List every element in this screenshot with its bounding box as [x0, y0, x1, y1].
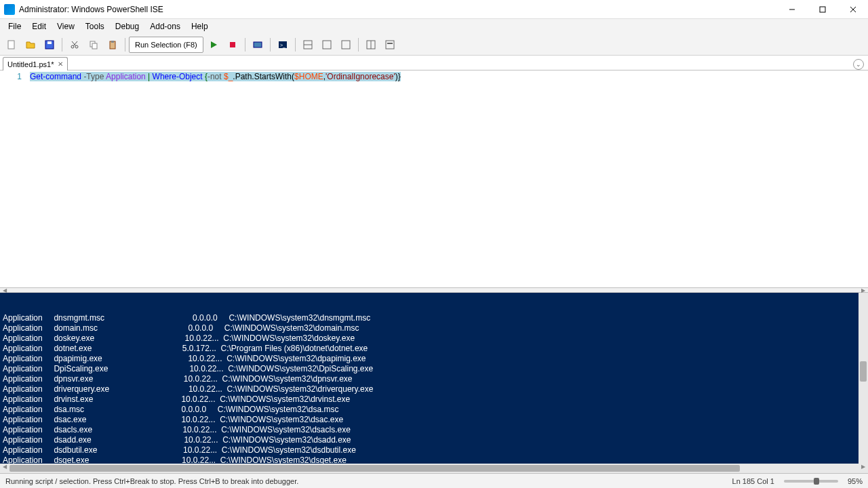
app-icon	[4, 4, 15, 15]
open-file-icon[interactable]	[22, 36, 39, 54]
tab-close-icon[interactable]: ✕	[58, 60, 63, 68]
menu-debug[interactable]: Debug	[110, 20, 144, 33]
expand-script-icon[interactable]: ⌄	[853, 59, 864, 70]
zoom-thumb[interactable]	[814, 478, 819, 485]
powershell-icon[interactable]: >_	[274, 36, 292, 54]
svg-rect-6	[47, 41, 52, 44]
hscroll-left-icon[interactable]: ◀	[0, 464, 9, 469]
statusbar: Running script / selection. Press Ctrl+B…	[0, 473, 868, 488]
status-message: Running script / selection. Press Ctrl+B…	[5, 477, 298, 485]
code-area[interactable]: Get-command -Type Application | Where-Ob…	[27, 70, 868, 287]
svg-rect-16	[230, 42, 235, 47]
scrollbar-thumb[interactable]	[860, 361, 867, 382]
menu-tools[interactable]: Tools	[80, 20, 110, 33]
save-icon[interactable]	[41, 36, 58, 54]
console-row: Application dsget.exe 10.0.22... C:\WIND…	[3, 455, 868, 464]
menu-help[interactable]: Help	[186, 20, 214, 33]
svg-text:>_: >_	[280, 43, 285, 48]
svg-rect-22	[323, 41, 331, 49]
console-row: Application dpapimig.exe 10.0.22... C:\W…	[3, 354, 868, 364]
zoom-slider[interactable]	[784, 480, 838, 483]
svg-rect-1	[820, 7, 825, 12]
console-row: Application dpnsvr.exe 10.0.22... C:\WIN…	[3, 374, 868, 384]
console-pane[interactable]: Application dnsmgmt.msc 0.0.0.0 C:\WINDO…	[0, 293, 868, 464]
console-row: Application dsdbutil.exe 10.0.22... C:\W…	[3, 445, 868, 455]
svg-rect-17	[254, 42, 262, 47]
show-command-icon[interactable]	[381, 36, 399, 54]
console-vscroll[interactable]	[859, 293, 868, 464]
svg-marker-15	[211, 41, 217, 48]
menu-addons[interactable]: Add-ons	[144, 20, 186, 33]
splitter[interactable]: ◀ ▶	[0, 287, 868, 293]
svg-rect-27	[387, 43, 393, 44]
remote-icon[interactable]	[249, 36, 267, 54]
scroll-right-icon[interactable]: ▶	[859, 287, 868, 293]
run-selection-button[interactable]: Run Selection (F8)	[129, 37, 203, 53]
close-button[interactable]	[837, 0, 868, 19]
toolbar: Run Selection (F8) >_	[0, 34, 868, 56]
titlebar: Administrator: Windows PowerShell ISE	[0, 0, 868, 19]
console-row: Application dsac.exe 10.0.22... C:\WINDO…	[3, 415, 868, 425]
console-row: Application dnsmgmt.msc 0.0.0.0 C:\WINDO…	[3, 313, 868, 323]
zoom-percent: 95%	[848, 477, 863, 485]
console-row: Application dotnet.exe 5.0.172... C:\Pro…	[3, 344, 868, 354]
tabbar: Untitled1.ps1* ✕ ⌄	[0, 56, 868, 70]
window-title: Administrator: Windows PowerShell ISE	[19, 5, 163, 14]
copy-icon[interactable]	[85, 36, 102, 54]
menu-view[interactable]: View	[52, 20, 80, 33]
console-row: Application dsadd.exe 10.0.22... C:\WIND…	[3, 435, 868, 445]
run-icon[interactable]	[205, 36, 222, 54]
scroll-left-icon[interactable]: ◀	[0, 287, 9, 293]
console-row: Application drvinst.exe 10.0.22... C:\WI…	[3, 394, 868, 405]
new-file-icon[interactable]	[3, 36, 20, 54]
svg-rect-26	[386, 41, 394, 49]
menubar: File Edit View Tools Debug Add-ons Help	[0, 19, 868, 34]
tab-label: Untitled1.ps1*	[7, 60, 54, 68]
maximize-button[interactable]	[807, 0, 837, 19]
paste-icon[interactable]	[104, 36, 121, 54]
minimize-button[interactable]	[776, 0, 807, 19]
menu-file[interactable]: File	[3, 20, 26, 33]
hscroll-thumb[interactable]	[9, 465, 740, 472]
stop-icon[interactable]	[224, 36, 241, 54]
console-hscroll[interactable]: ◀ ▶	[0, 464, 868, 473]
pane-script-icon[interactable]	[318, 36, 336, 54]
cut-icon[interactable]	[66, 36, 83, 54]
svg-rect-12	[92, 43, 97, 49]
console-row: Application DpiScaling.exe 10.0.22... C:…	[3, 364, 868, 374]
pane-both-icon[interactable]	[299, 36, 317, 54]
svg-rect-23	[342, 41, 350, 49]
pane-console-icon[interactable]	[337, 36, 355, 54]
console-row: Application driverquery.exe 10.0.22... C…	[3, 384, 868, 394]
console-row: Application dsa.msc 0.0.0.0 C:\WINDOWS\s…	[3, 405, 868, 415]
console-row: Application doskey.exe 10.0.22... C:\WIN…	[3, 333, 868, 344]
hscroll-right-icon[interactable]: ▶	[859, 464, 868, 469]
script-editor[interactable]: 1 Get-command -Type Application | Where-…	[0, 70, 868, 287]
command-addon-icon[interactable]	[362, 36, 380, 54]
line-gutter: 1	[0, 70, 27, 287]
svg-rect-14	[111, 41, 114, 43]
tab-untitled[interactable]: Untitled1.ps1* ✕	[3, 57, 68, 70]
cursor-position: Ln 185 Col 1	[732, 477, 774, 485]
menu-edit[interactable]: Edit	[26, 20, 52, 33]
console-row: Application domain.msc 0.0.0.0 C:\WINDOW…	[3, 323, 868, 333]
console-row: Application dsacls.exe 10.0.22... C:\WIN…	[3, 425, 868, 435]
svg-rect-4	[8, 41, 14, 49]
